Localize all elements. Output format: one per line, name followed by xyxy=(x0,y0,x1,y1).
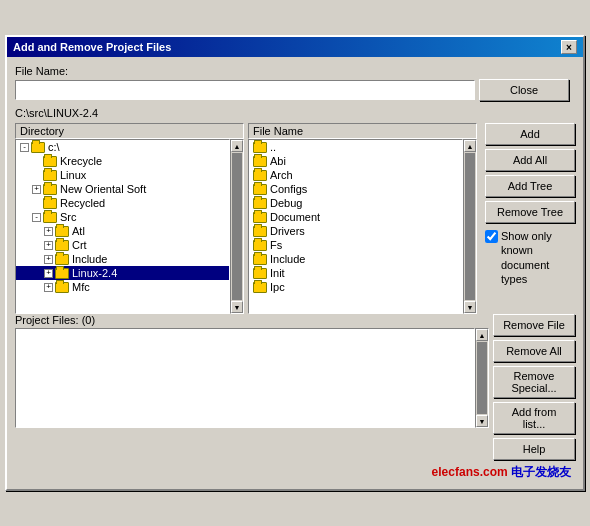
tree-item-krecycle[interactable]: Krecycle xyxy=(16,154,229,168)
add-tree-button[interactable]: Add Tree xyxy=(485,175,575,197)
expand-src[interactable]: - xyxy=(32,213,41,222)
remove-special-button[interactable]: Remove Special... xyxy=(493,366,575,398)
tree-item-src[interactable]: - Src xyxy=(16,210,229,224)
file-scrollbar[interactable]: ▲ ▼ xyxy=(463,139,477,314)
project-files-label: Project Files: (0) xyxy=(15,314,489,326)
tree-label-linux24: Linux-2.4 xyxy=(72,267,117,279)
tree-item-c[interactable]: - c:\ xyxy=(16,140,229,154)
tree-label-recycled: Recycled xyxy=(60,197,105,209)
expand-atl[interactable]: + xyxy=(44,227,53,236)
project-scroll-up[interactable]: ▲ xyxy=(476,329,488,341)
file-item-drivers[interactable]: Drivers xyxy=(249,224,462,238)
directory-header: Directory xyxy=(15,123,244,139)
file-item-configs[interactable]: Configs xyxy=(249,182,462,196)
folder-icon-drivers xyxy=(253,226,267,237)
tree-scroll-up[interactable]: ▲ xyxy=(231,140,243,152)
project-scroll-track xyxy=(477,342,487,414)
folder-icon-arch xyxy=(253,170,267,181)
title-close-button[interactable]: × xyxy=(561,40,577,54)
file-item-fs[interactable]: Fs xyxy=(249,238,462,252)
tree-item-include[interactable]: + Include xyxy=(16,252,229,266)
folder-icon-ipc xyxy=(253,282,267,293)
expand-include[interactable]: + xyxy=(44,255,53,264)
file-label-fs: Fs xyxy=(270,239,282,251)
tree-item-mfc[interactable]: + Mfc xyxy=(16,280,229,294)
tree-item-linux24[interactable]: + Linux-2.4 xyxy=(16,266,229,280)
file-label-ipc: Ipc xyxy=(270,281,285,293)
folder-icon-krecycle xyxy=(43,156,57,167)
directory-tree[interactable]: - c:\ Krecycle xyxy=(15,139,230,314)
main-window: Add and Remove Project Files × File Name… xyxy=(5,35,585,491)
file-label-init: Init xyxy=(270,267,285,279)
tree-label-crt: Crt xyxy=(72,239,87,251)
tree-scroll-down[interactable]: ▼ xyxy=(231,301,243,313)
file-item-debug[interactable]: Debug xyxy=(249,196,462,210)
show-known-types-label: Show only known document types xyxy=(501,229,575,286)
tree-item-crt[interactable]: + Crt xyxy=(16,238,229,252)
show-known-types-checkbox[interactable] xyxy=(485,230,498,243)
file-item-abi[interactable]: Abi xyxy=(249,154,462,168)
folder-icon-linux xyxy=(43,170,57,181)
watermark: elecfans.com 电子发烧友 xyxy=(15,460,575,481)
folder-icon-linux24 xyxy=(55,268,69,279)
path-label: C:\src\LINUX-2.4 xyxy=(15,107,575,119)
file-name-header: File Name xyxy=(248,123,477,139)
file-item-ipc[interactable]: Ipc xyxy=(249,280,462,294)
expand-crt[interactable]: + xyxy=(44,241,53,250)
add-all-button[interactable]: Add All xyxy=(485,149,575,171)
project-scroll-down[interactable]: ▼ xyxy=(476,415,488,427)
remove-all-button[interactable]: Remove All xyxy=(493,340,575,362)
file-item-include2[interactable]: Include xyxy=(249,252,462,266)
add-button[interactable]: Add xyxy=(485,123,575,145)
help-button[interactable]: Help xyxy=(493,438,575,460)
file-item-arch[interactable]: Arch xyxy=(249,168,462,182)
expand-neworiental[interactable]: + xyxy=(32,185,41,194)
folder-icon-fs xyxy=(253,240,267,251)
project-files-list[interactable] xyxy=(15,328,475,428)
tree-label-linux: Linux xyxy=(60,169,86,181)
expand-c[interactable]: - xyxy=(20,143,29,152)
expand-linux24[interactable]: + xyxy=(44,269,53,278)
tree-label-include: Include xyxy=(72,253,107,265)
add-from-list-button[interactable]: Add from list... xyxy=(493,402,575,434)
tree-item-atl[interactable]: + Atl xyxy=(16,224,229,238)
file-item-init[interactable]: Init xyxy=(249,266,462,280)
tree-item-recycled[interactable]: Recycled xyxy=(16,196,229,210)
tree-label-c: c:\ xyxy=(48,141,60,153)
tree-label-atl: Atl xyxy=(72,225,85,237)
file-list[interactable]: .. Abi Arch xyxy=(248,139,463,314)
file-label-debug: Debug xyxy=(270,197,302,209)
file-scroll-down[interactable]: ▼ xyxy=(464,301,476,313)
folder-icon-dotdot xyxy=(253,142,267,153)
file-name-input[interactable] xyxy=(15,80,475,100)
file-scroll-up[interactable]: ▲ xyxy=(464,140,476,152)
file-item-dotdot[interactable]: .. xyxy=(249,140,462,154)
folder-icon-crt xyxy=(55,240,69,251)
close-button[interactable]: Close xyxy=(479,79,569,101)
tree-item-linux[interactable]: Linux xyxy=(16,168,229,182)
file-label-document: Document xyxy=(270,211,320,223)
watermark-text2: 电子发烧友 xyxy=(511,465,571,479)
expand-mfc[interactable]: + xyxy=(44,283,53,292)
tree-label-krecycle: Krecycle xyxy=(60,155,102,167)
project-scrollbar[interactable]: ▲ ▼ xyxy=(475,328,489,428)
folder-icon-abi xyxy=(253,156,267,167)
folder-icon-recycled xyxy=(43,198,57,209)
show-known-types-row: Show only known document types xyxy=(485,227,575,288)
tree-scroll-track xyxy=(232,153,242,300)
file-label-include2: Include xyxy=(270,253,305,265)
folder-icon-atl xyxy=(55,226,69,237)
tree-scrollbar[interactable]: ▲ ▼ xyxy=(230,139,244,314)
remove-tree-button[interactable]: Remove Tree xyxy=(485,201,575,223)
right-button-panel: Add Add All Add Tree Remove Tree Show on… xyxy=(485,123,575,314)
tree-label-mfc: Mfc xyxy=(72,281,90,293)
folder-icon-neworiental xyxy=(43,184,57,195)
remove-file-button[interactable]: Remove File xyxy=(493,314,575,336)
folder-icon-configs xyxy=(253,184,267,195)
folder-icon-mfc xyxy=(55,282,69,293)
file-scroll-track xyxy=(465,153,475,300)
tree-item-neworiental[interactable]: + New Oriental Soft xyxy=(16,182,229,196)
bottom-right-button-panel: Remove File Remove All Remove Special...… xyxy=(493,314,575,460)
watermark-text1: elecfans.com xyxy=(432,465,508,479)
file-item-document[interactable]: Document xyxy=(249,210,462,224)
